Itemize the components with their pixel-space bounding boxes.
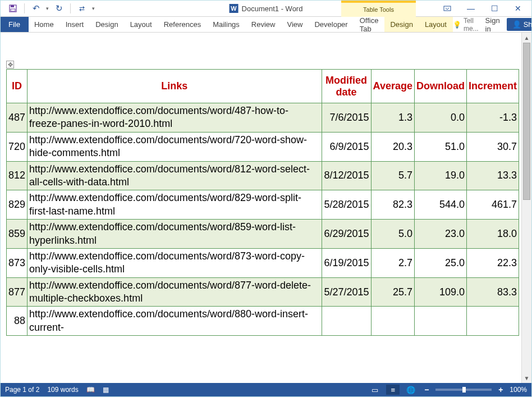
cell-inc[interactable]: 30.7 bbox=[466, 132, 519, 161]
tab-developer[interactable]: Developer bbox=[309, 17, 354, 32]
table-row[interactable]: 829http://www.extendoffice.com/documents… bbox=[7, 190, 519, 220]
table-row[interactable]: 812http://www.extendoffice.com/documents… bbox=[7, 161, 519, 190]
table-header-row[interactable]: ID Links Modified date Average Download … bbox=[7, 70, 519, 103]
cell-avg[interactable]: 5.0 bbox=[371, 220, 414, 249]
cell-link[interactable]: http://www.extendoffice.com/documents/wo… bbox=[27, 277, 322, 307]
vertical-scrollbar[interactable]: ▲ ▼ bbox=[521, 33, 531, 383]
cell-date[interactable]: 5/27/2015 bbox=[322, 277, 371, 307]
cell-link[interactable]: http://www.extendoffice.com/documents/wo… bbox=[27, 132, 322, 161]
tab-design[interactable]: Design bbox=[90, 17, 124, 32]
spellcheck-icon[interactable]: 📖 bbox=[86, 386, 95, 394]
sign-in-link[interactable]: Sign in bbox=[482, 16, 503, 33]
table-row[interactable]: 487http://www.extendoffice.com/documents… bbox=[7, 103, 519, 133]
tab-table-layout[interactable]: Layout bbox=[419, 17, 453, 32]
zoom-slider-thumb[interactable] bbox=[462, 387, 466, 393]
tab-home[interactable]: Home bbox=[29, 17, 60, 32]
cell-inc[interactable]: 461.7 bbox=[466, 190, 519, 220]
cell-id[interactable]: 859 bbox=[7, 220, 27, 249]
tab-review[interactable]: Review bbox=[246, 17, 282, 32]
ribbon-options-button[interactable] bbox=[436, 2, 458, 15]
tab-insert[interactable]: Insert bbox=[60, 17, 90, 32]
macro-icon[interactable]: ▦ bbox=[103, 386, 109, 394]
print-layout-button[interactable]: ≡ bbox=[386, 385, 400, 395]
cell-dl[interactable]: 0.0 bbox=[414, 103, 466, 133]
header-date[interactable]: Modified date bbox=[322, 70, 371, 103]
scroll-track[interactable] bbox=[522, 43, 531, 373]
cell-date[interactable]: 6/9/2015 bbox=[322, 132, 371, 161]
cell-avg[interactable]: 1.3 bbox=[371, 103, 414, 133]
redo-button[interactable]: ↻ bbox=[51, 2, 67, 15]
cell-avg[interactable] bbox=[371, 307, 414, 336]
cell-id[interactable]: 829 bbox=[7, 190, 27, 220]
cell-dl[interactable] bbox=[414, 307, 466, 336]
tab-layout[interactable]: Layout bbox=[125, 17, 158, 32]
minimize-button[interactable]: — bbox=[460, 2, 482, 15]
cell-dl[interactable]: 109.0 bbox=[414, 277, 466, 307]
tab-mailings[interactable]: Mailings bbox=[207, 17, 246, 32]
cell-inc[interactable]: -1.3 bbox=[466, 103, 519, 133]
cell-dl[interactable]: 544.0 bbox=[414, 190, 466, 220]
web-layout-button[interactable]: 🌐 bbox=[404, 385, 418, 395]
maximize-button[interactable]: ☐ bbox=[483, 2, 506, 15]
zoom-out-button[interactable]: − bbox=[422, 385, 431, 394]
qat-more[interactable]: ▾ bbox=[92, 6, 95, 11]
undo-button[interactable]: ↶ bbox=[28, 2, 44, 15]
qat-customize[interactable]: ⇄ bbox=[74, 2, 90, 15]
cell-date[interactable] bbox=[322, 307, 371, 336]
cell-link[interactable]: http://www.extendoffice.com/documents/wo… bbox=[27, 161, 322, 190]
tell-me-search[interactable]: 💡 Tell me... bbox=[453, 17, 479, 33]
document-canvas[interactable]: ✥ ID Links Modified date Average Downloa… bbox=[1, 33, 521, 383]
cell-id[interactable]: 873 bbox=[7, 248, 27, 277]
cell-dl[interactable]: 51.0 bbox=[414, 132, 466, 161]
header-inc[interactable]: Increment bbox=[466, 70, 519, 103]
header-id[interactable]: ID bbox=[7, 70, 27, 103]
zoom-in-button[interactable]: + bbox=[496, 385, 505, 394]
file-tab[interactable]: File bbox=[1, 17, 29, 32]
cell-avg[interactable]: 2.7 bbox=[371, 248, 414, 277]
cell-id[interactable]: 720 bbox=[7, 132, 27, 161]
cell-inc[interactable]: 22.3 bbox=[466, 248, 519, 277]
zoom-slider[interactable] bbox=[435, 389, 492, 391]
cell-id[interactable]: 88 bbox=[7, 307, 27, 336]
cell-inc[interactable]: 83.3 bbox=[466, 277, 519, 307]
zoom-level[interactable]: 100% bbox=[510, 386, 527, 394]
cell-date[interactable]: 6/19/2015 bbox=[322, 248, 371, 277]
cell-avg[interactable]: 20.3 bbox=[371, 132, 414, 161]
table-row[interactable]: 873http://www.extendoffice.com/documents… bbox=[7, 248, 519, 277]
cell-dl[interactable]: 19.0 bbox=[414, 161, 466, 190]
cell-date[interactable]: 8/12/2015 bbox=[322, 161, 371, 190]
scroll-thumb[interactable] bbox=[523, 43, 530, 200]
header-links[interactable]: Links bbox=[27, 70, 322, 103]
cell-id[interactable]: 812 bbox=[7, 161, 27, 190]
table-row[interactable]: 859http://www.extendoffice.com/documents… bbox=[7, 220, 519, 249]
cell-id[interactable]: 877 bbox=[7, 277, 27, 307]
page-indicator[interactable]: Page 1 of 2 bbox=[5, 386, 39, 394]
table-row[interactable]: 877http://www.extendoffice.com/documents… bbox=[7, 277, 519, 307]
cell-link[interactable]: http://www.extendoffice.com/documents/wo… bbox=[27, 248, 322, 277]
cell-link[interactable]: http://www.extendoffice.com/documents/wo… bbox=[27, 307, 322, 336]
share-button[interactable]: 👤 Share bbox=[507, 18, 532, 31]
cell-inc[interactable]: 18.0 bbox=[466, 220, 519, 249]
cell-inc[interactable]: 13.3 bbox=[466, 161, 519, 190]
scroll-down-button[interactable]: ▼ bbox=[522, 373, 531, 383]
undo-dropdown[interactable]: ▾ bbox=[46, 6, 49, 11]
cell-avg[interactable]: 5.7 bbox=[371, 161, 414, 190]
tab-table-design[interactable]: Design bbox=[384, 17, 419, 32]
cell-link[interactable]: http://www.extendoffice.com/documents/wo… bbox=[27, 220, 322, 249]
tab-office-tab[interactable]: Office Tab bbox=[354, 17, 385, 32]
cell-dl[interactable]: 25.0 bbox=[414, 248, 466, 277]
cell-inc[interactable] bbox=[466, 307, 519, 336]
cell-link[interactable]: http://www.extendoffice.com/documents/wo… bbox=[27, 190, 322, 220]
word-count[interactable]: 109 words bbox=[47, 386, 78, 394]
save-button[interactable] bbox=[5, 2, 21, 15]
cell-date[interactable]: 5/28/2015 bbox=[322, 190, 371, 220]
tab-view[interactable]: View bbox=[281, 17, 309, 32]
header-avg[interactable]: Average bbox=[371, 70, 414, 103]
close-button[interactable]: ✕ bbox=[507, 2, 529, 15]
cell-link[interactable]: http://www.extendoffice.com/documents/wo… bbox=[27, 103, 322, 133]
word-table[interactable]: ID Links Modified date Average Download … bbox=[6, 69, 519, 336]
scroll-up-button[interactable]: ▲ bbox=[522, 33, 531, 43]
header-dl[interactable]: Download bbox=[414, 70, 466, 103]
tab-references[interactable]: References bbox=[158, 17, 207, 32]
table-move-handle[interactable]: ✥ bbox=[6, 61, 14, 69]
